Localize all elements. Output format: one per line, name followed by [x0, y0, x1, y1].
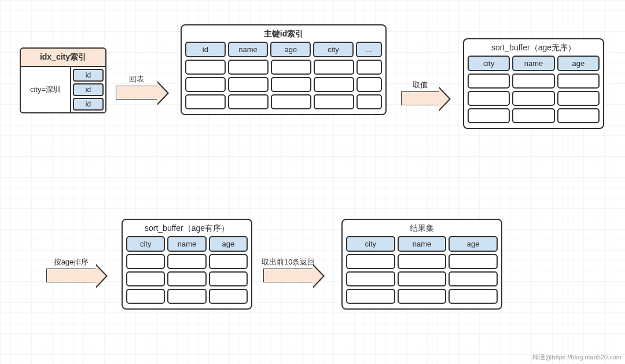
primary-key-box: 主键id索引 id name age city ... — [181, 24, 387, 115]
arrow-return-top10: 取出前10条返回 — [262, 257, 315, 282]
table-row — [464, 108, 603, 128]
table-row — [123, 289, 251, 308]
result-header: city — [346, 236, 395, 252]
pk-header: id — [185, 42, 226, 57]
idx-id-cell: id — [73, 83, 104, 96]
watermark-text: 梓潼@https://blog.ntan520.com — [532, 353, 622, 362]
result-header-row: city name age — [343, 236, 501, 254]
buf-header-row: city name age — [123, 236, 251, 254]
table-row — [123, 271, 251, 289]
buf-header: name — [512, 56, 554, 71]
idx-city-box: idx_city索引 city=深圳 id id id — [20, 47, 106, 113]
table-row — [343, 271, 501, 289]
table-row — [343, 254, 501, 271]
idx-city-ids: id id id — [71, 67, 105, 112]
result-set: 结果集 city name age — [341, 219, 502, 310]
sort-buffer-sorted: sort_buffer（age有序） city name age — [122, 219, 252, 310]
idx-city-title: idx_city索引 — [20, 47, 106, 67]
table-row — [464, 91, 603, 108]
table-row — [343, 289, 501, 308]
arrow-label: 回表 — [129, 74, 144, 84]
buf-sorted-title: sort_buffer（age有序） — [123, 220, 251, 236]
arrow-label: 按age排序 — [54, 257, 89, 267]
pk-header: age — [270, 42, 311, 57]
result-header: age — [448, 236, 498, 252]
idx-city-body: city=深圳 id id id — [20, 67, 106, 113]
arrow-back-to-table: 回表 — [116, 74, 157, 100]
idx-city-condition: city=深圳 — [21, 67, 71, 112]
idx-id-cell: id — [73, 69, 104, 82]
buf-header: name — [167, 236, 206, 252]
result-title: 结果集 — [343, 220, 501, 236]
table-row — [182, 77, 385, 94]
table-row — [464, 73, 603, 91]
table-row — [182, 60, 385, 77]
buf-header-row: city name age — [464, 56, 603, 73]
arrow-fetch-value: 取值 — [401, 80, 439, 105]
arrow-label: 取值 — [413, 80, 428, 90]
buf-header: city — [468, 56, 510, 71]
pk-header-row: id name age city ... — [182, 42, 385, 60]
result-header: name — [398, 236, 447, 252]
buf-header: age — [209, 236, 248, 252]
buf-header: age — [557, 56, 600, 71]
pk-header: ... — [356, 42, 382, 57]
buf-unsorted-title: sort_buffer（age无序） — [464, 39, 603, 56]
buf-header: city — [126, 236, 165, 252]
pk-header: name — [228, 42, 269, 57]
arrow-sort-by-age: 按age排序 — [46, 257, 96, 282]
pk-header: city — [313, 42, 354, 57]
sort-buffer-unsorted: sort_buffer（age无序） city name age — [463, 38, 604, 129]
primary-key-title: 主键id索引 — [182, 25, 385, 42]
arrow-label: 取出前10条返回 — [262, 257, 315, 267]
table-row — [182, 94, 385, 114]
idx-id-cell: id — [73, 98, 104, 111]
table-row — [123, 254, 251, 271]
